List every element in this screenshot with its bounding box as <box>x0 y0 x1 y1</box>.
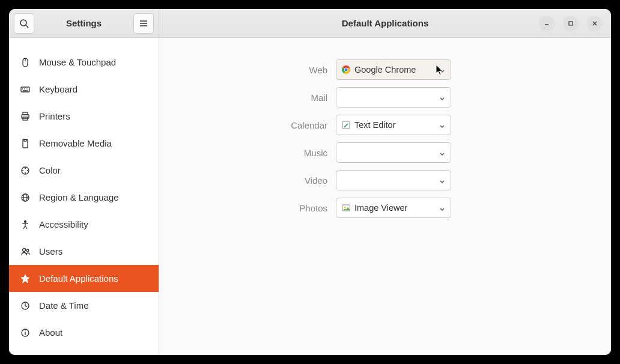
imageviewer-icon <box>341 203 351 213</box>
settings-window: Settings Default Applications Mouse & To… <box>9 9 611 355</box>
search-button[interactable] <box>14 13 34 34</box>
sidebar-item-mouse-touchpad[interactable]: Mouse & Touchpad <box>9 49 159 76</box>
svg-line-1 <box>26 25 28 28</box>
svg-point-46 <box>345 68 348 71</box>
sidebar-item-accessibility[interactable]: Accessibility <box>9 211 159 238</box>
sidebar-item-keyboard[interactable]: Keyboard <box>9 76 159 103</box>
default-combo-web[interactable]: Google Chrome <box>336 59 451 80</box>
chevron-down-icon <box>439 121 446 129</box>
close-button[interactable] <box>587 16 603 31</box>
date-time-icon <box>20 300 31 311</box>
default-combo-mail[interactable] <box>336 87 451 108</box>
sidebar-item-users[interactable]: Users <box>9 238 159 265</box>
default-combo-music[interactable] <box>336 142 451 163</box>
maximize-button[interactable] <box>563 16 579 31</box>
color-icon <box>20 165 31 176</box>
default-value-calendar: Text Editor <box>354 120 439 130</box>
sidebar-item-label: Mouse & Touchpad <box>39 57 116 67</box>
sidebar-item-default-applications[interactable]: Default Applications <box>9 265 159 292</box>
sidebar-item-label: Removable Media <box>39 138 112 148</box>
minimize-icon <box>544 20 550 26</box>
sidebar-item-region-language[interactable]: Region & Language <box>9 184 159 211</box>
svg-rect-21 <box>24 139 26 141</box>
chevron-down-icon <box>439 66 446 73</box>
sidebar-item-label: Default Applications <box>39 273 118 284</box>
default-row-calendar: CalendarText Editor <box>159 115 611 135</box>
sidebar-item-label: Users <box>39 246 62 256</box>
default-row-web: WebGoogle Chrome <box>159 59 611 80</box>
svg-line-34 <box>25 226 27 229</box>
svg-point-24 <box>27 170 28 171</box>
sidebar-item-color[interactable]: Color <box>9 157 159 184</box>
page-title: Default Applications <box>342 18 428 28</box>
sidebar-item-label: Keyboard <box>39 84 78 94</box>
default-value-photos: Image Viewer <box>354 203 439 213</box>
maximize-icon <box>568 20 574 26</box>
hamburger-icon <box>139 19 148 28</box>
default-label-music: Music <box>159 148 327 158</box>
svg-point-25 <box>25 172 26 174</box>
minimize-button[interactable] <box>539 16 555 31</box>
mouse-touchpad-icon <box>20 57 31 68</box>
svg-line-39 <box>25 306 27 307</box>
removable-media-icon <box>20 138 31 149</box>
sidebar-item-removable-media[interactable]: Removable Media <box>9 130 159 157</box>
svg-rect-20 <box>23 139 28 148</box>
users-icon <box>20 246 31 257</box>
sidebar-item-about[interactable]: About <box>9 319 159 346</box>
svg-point-23 <box>25 168 26 169</box>
sidebar: Mouse & TouchpadKeyboardPrintersRemovabl… <box>9 38 159 355</box>
titlebar-sidebar-area: Settings <box>9 9 159 37</box>
chevron-down-icon <box>439 177 446 184</box>
default-row-photos: PhotosImage Viewer <box>159 198 611 218</box>
chevron-down-icon <box>439 149 446 156</box>
close-icon <box>592 20 598 26</box>
svg-point-26 <box>22 170 23 171</box>
default-combo-video[interactable] <box>336 170 451 190</box>
main-panel: WebGoogle ChromeMailCalendarText EditorM… <box>159 38 611 355</box>
about-icon <box>20 327 31 338</box>
search-icon <box>19 19 29 28</box>
svg-point-36 <box>26 249 29 252</box>
svg-line-33 <box>23 226 25 229</box>
printers-icon <box>20 111 31 122</box>
sidebar-item-label: Date & Time <box>39 300 89 311</box>
chevron-down-icon <box>439 94 446 101</box>
default-applications-icon <box>20 273 31 284</box>
default-row-mail: Mail <box>159 87 611 108</box>
chrome-icon <box>341 65 351 74</box>
body: Mouse & TouchpadKeyboardPrintersRemovabl… <box>9 38 611 355</box>
titlebar: Settings Default Applications <box>9 9 611 38</box>
sidebar-item-label: Color <box>39 165 61 175</box>
default-apps-form: WebGoogle ChromeMailCalendarText EditorM… <box>159 59 611 218</box>
default-combo-photos[interactable]: Image Viewer <box>336 198 451 218</box>
keyboard-icon <box>20 84 31 95</box>
svg-rect-11 <box>21 87 29 92</box>
sidebar-item-label: Region & Language <box>39 192 119 202</box>
sidebar-item-label: Accessibility <box>39 219 88 229</box>
svg-point-35 <box>23 248 26 251</box>
default-combo-calendar[interactable]: Text Editor <box>336 115 451 135</box>
chevron-down-icon <box>439 204 446 211</box>
default-row-video: Video <box>159 170 611 190</box>
default-label-mail: Mail <box>159 93 327 103</box>
sidebar-item-printers[interactable]: Printers <box>9 103 159 130</box>
svg-point-0 <box>20 20 26 26</box>
svg-point-41 <box>25 330 25 331</box>
window-controls <box>539 16 606 31</box>
svg-point-49 <box>344 207 345 208</box>
sidebar-item-label: About <box>39 327 62 338</box>
default-label-photos: Photos <box>159 203 327 213</box>
sidebar-title: Settings <box>34 18 133 28</box>
default-label-calendar: Calendar <box>159 120 327 130</box>
titlebar-main-area: Default Applications <box>159 9 611 37</box>
sidebar-item-date-time[interactable]: Date & Time <box>9 292 159 319</box>
svg-rect-6 <box>569 22 573 25</box>
default-label-web: Web <box>159 65 327 75</box>
region-language-icon <box>20 192 31 203</box>
default-row-music: Music <box>159 142 611 163</box>
default-value-web: Google Chrome <box>354 65 439 74</box>
svg-point-30 <box>25 220 26 222</box>
default-label-video: Video <box>159 175 327 186</box>
hamburger-button[interactable] <box>133 13 154 34</box>
